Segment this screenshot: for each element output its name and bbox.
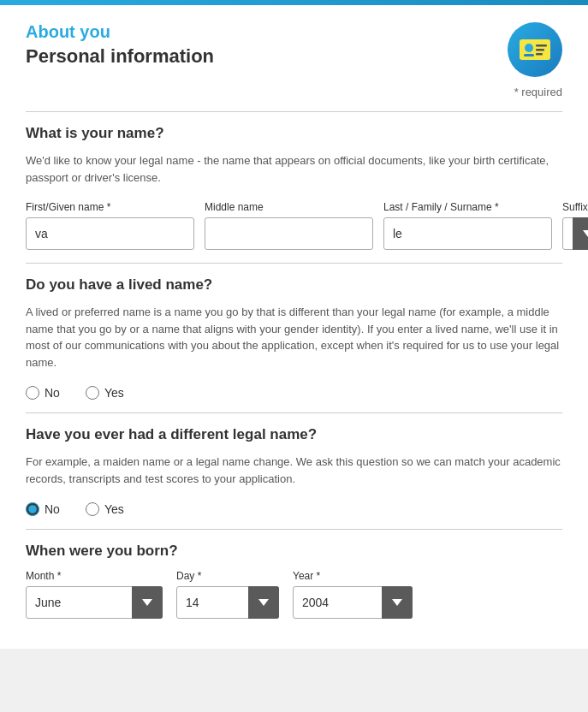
suffix-select[interactable]: -- select -- Jr. Sr. II III IV	[562, 217, 588, 250]
header-row: About you Personal information	[26, 22, 562, 77]
name-section: What is your name? We'd like to know you…	[26, 125, 562, 250]
required-note: * required	[26, 86, 562, 98]
avatar-icon	[508, 22, 562, 77]
divider-3	[26, 412, 562, 413]
section-title: Personal information	[26, 45, 214, 68]
lived-name-no-label[interactable]: No	[26, 386, 60, 400]
lived-name-radio-group: No Yes	[26, 386, 562, 400]
name-fields-row: First/Given name * Middle name Last / Fa…	[26, 201, 562, 250]
dob-section: When were you born? Month * January Febr…	[26, 543, 562, 619]
different-legal-name-question-title: Have you ever had a different legal name…	[26, 426, 562, 443]
dob-year-select[interactable]: 2004 2003 2002 2001 2000	[293, 586, 413, 619]
lived-name-no-text: No	[45, 386, 60, 400]
content-area: About you Personal information * require…	[0, 5, 588, 649]
person-id-icon	[518, 33, 552, 67]
middle-name-label: Middle name	[205, 201, 373, 213]
svg-rect-5	[524, 54, 534, 56]
middle-name-input[interactable]	[205, 217, 373, 250]
different-legal-name-yes-text: Yes	[104, 502, 124, 516]
first-name-input[interactable]	[26, 217, 194, 250]
dob-year-field-group: Year * 2004 2003 2002 2001 2000	[293, 570, 413, 619]
dob-year-wrapper: 2004 2003 2002 2001 2000	[293, 586, 413, 619]
different-legal-name-no-text: No	[45, 502, 60, 516]
svg-rect-4	[536, 53, 543, 56]
lived-name-no-radio[interactable]	[26, 386, 39, 400]
first-name-label: First/Given name *	[26, 201, 194, 213]
svg-rect-0	[520, 39, 550, 60]
dob-month-wrapper: January February March April May June Ju…	[26, 586, 163, 619]
dob-month-select[interactable]: January February March April May June Ju…	[26, 586, 163, 619]
dob-day-field-group: Day * 1234 5678 9101112 131415 16171819 …	[176, 570, 279, 619]
lived-name-yes-text: Yes	[104, 386, 124, 400]
last-name-input[interactable]	[383, 217, 552, 250]
page-container: About you Personal information * require…	[0, 0, 588, 649]
different-legal-name-no-radio[interactable]	[26, 502, 39, 516]
divider-2	[26, 263, 562, 264]
dob-question-title: When were you born?	[26, 543, 562, 560]
header-text: About you Personal information	[26, 22, 214, 68]
suffix-label: Suffix	[562, 201, 588, 213]
different-legal-name-no-label[interactable]: No	[26, 502, 60, 516]
dob-year-label: Year *	[293, 570, 413, 582]
dob-fields-row: Month * January February March April May…	[26, 570, 562, 619]
dob-day-wrapper: 1234 5678 9101112 131415 16171819 202122…	[176, 586, 279, 619]
last-name-label: Last / Family / Surname *	[383, 201, 552, 213]
different-legal-name-radio-group: No Yes	[26, 502, 562, 516]
name-question-title: What is your name?	[26, 125, 562, 142]
lived-name-section: Do you have a lived name? A lived or pre…	[26, 276, 562, 400]
about-you-title: About you	[26, 22, 214, 42]
svg-rect-3	[536, 49, 544, 51]
lived-name-description: A lived or preferred name is a name you …	[26, 304, 562, 371]
name-description: We'd like to know your legal name - the …	[26, 152, 562, 186]
divider-1	[26, 111, 562, 112]
dob-month-field-group: Month * January February March April May…	[26, 570, 163, 619]
dob-day-select[interactable]: 1234 5678 9101112 131415 16171819 202122…	[176, 586, 279, 619]
lived-name-yes-radio[interactable]	[86, 386, 99, 400]
last-name-field-group: Last / Family / Surname *	[383, 201, 552, 250]
lived-name-question-title: Do you have a lived name?	[26, 276, 562, 294]
different-legal-name-yes-label[interactable]: Yes	[86, 502, 124, 516]
suffix-select-wrapper: -- select -- Jr. Sr. II III IV	[562, 217, 588, 250]
dob-day-label: Day *	[176, 570, 279, 582]
lived-name-yes-label[interactable]: Yes	[86, 386, 124, 400]
divider-4	[26, 529, 562, 530]
dob-month-label: Month *	[26, 570, 163, 582]
suffix-field-group: Suffix -- select -- Jr. Sr. II III IV	[562, 201, 588, 250]
first-name-field-group: First/Given name *	[26, 201, 194, 250]
svg-point-1	[525, 44, 533, 52]
different-legal-name-yes-radio[interactable]	[86, 502, 99, 516]
svg-rect-2	[536, 44, 547, 47]
middle-name-field-group: Middle name	[205, 201, 373, 250]
different-legal-name-description: For example, a maiden name or a legal na…	[26, 454, 562, 487]
different-legal-name-section: Have you ever had a different legal name…	[26, 426, 562, 516]
